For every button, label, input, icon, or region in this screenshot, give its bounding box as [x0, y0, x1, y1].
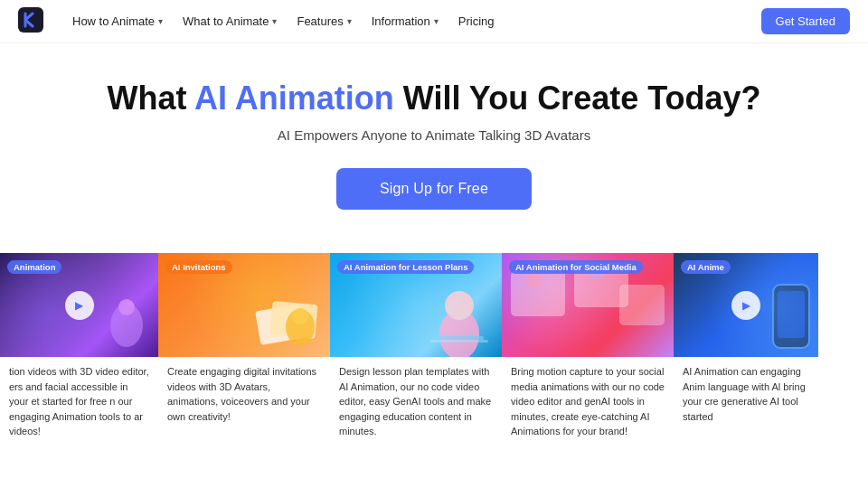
svg-point-8 — [445, 291, 474, 320]
card-text-animation: tion videos with 3D video editor, ers an… — [0, 357, 158, 446]
nav-item-pricing[interactable]: Pricing — [451, 11, 502, 32]
navbar: How to Animate ▾ What to Animate ▾ Featu… — [0, 0, 868, 43]
chevron-down-icon: ▾ — [347, 16, 352, 26]
hero-subtitle: AI Empowers Anyone to Animate Talking 3D… — [18, 127, 850, 143]
svg-rect-0 — [18, 7, 43, 33]
card-image-animation: Animation ▶ — [0, 253, 158, 357]
card-ai-anime: AI Anime ▶ AI Animation can engaging Ani… — [674, 253, 818, 446]
svg-point-7 — [439, 309, 479, 357]
card-badge-lesson-plans: AI Animation for Lesson Plans — [337, 260, 474, 274]
svg-rect-17 — [778, 291, 805, 338]
svg-rect-9 — [434, 336, 484, 340]
svg-point-6 — [292, 308, 308, 324]
logo[interactable] — [18, 7, 65, 36]
hero-title: What AI Animation Will You Create Today? — [18, 80, 850, 117]
nav-item-how-to-animate[interactable]: How to Animate ▾ — [65, 11, 170, 32]
chevron-down-icon: ▾ — [434, 16, 439, 26]
card-text-social-media: Bring motion capture to your social medi… — [502, 357, 674, 446]
chevron-down-icon: ▾ — [272, 16, 277, 26]
svg-rect-10 — [429, 340, 488, 343]
cards-section: Animation ▶ tion videos with 3D video ed… — [0, 253, 868, 446]
card-badge-ai-anime: AI Anime — [681, 260, 731, 274]
card-text-ai-anime: AI Animation can engaging Anim language … — [674, 357, 818, 431]
svg-rect-13 — [619, 285, 665, 325]
card-image-invitations: AI Invitations — [158, 253, 330, 357]
play-button[interactable]: ▶ — [65, 291, 94, 320]
card-lesson-plans: AI Animation for Lesson Plans Design les… — [330, 253, 502, 446]
card-image-ai-anime: AI Anime ▶ — [674, 253, 818, 357]
svg-rect-16 — [773, 285, 809, 348]
get-started-button[interactable]: Get Started — [761, 8, 850, 34]
hero-section: What AI Animation Will You Create Today?… — [0, 43, 868, 235]
play-button-anime[interactable]: ▶ — [731, 291, 760, 320]
card-badge-social-media: AI Animation for Social Media — [509, 260, 643, 274]
card-badge-animation: Animation — [7, 260, 61, 274]
nav-links: How to Animate ▾ What to Animate ▾ Featu… — [65, 11, 761, 32]
nav-item-what-to-animate[interactable]: What to Animate ▾ — [175, 11, 284, 32]
card-text-invitations: Create engaging digital invitations vide… — [158, 357, 330, 431]
card-badge-invitations: AI Invitations — [165, 260, 232, 274]
svg-point-1 — [110, 304, 143, 347]
card-animation: Animation ▶ tion videos with 3D video ed… — [0, 253, 158, 446]
svg-point-14 — [526, 273, 541, 287]
svg-point-2 — [118, 299, 135, 315]
svg-rect-11 — [511, 271, 565, 316]
card-image-lesson-plans: AI Animation for Lesson Plans — [330, 253, 502, 357]
card-image-social-media: AI Animation for Social Media — [502, 253, 674, 357]
nav-item-information[interactable]: Information ▾ — [364, 11, 446, 32]
card-invitations: AI Invitations Create engaging digital i… — [158, 253, 330, 446]
card-social-media: AI Animation for Social Media Bring moti… — [502, 253, 674, 446]
nav-item-features[interactable]: Features ▾ — [289, 11, 358, 32]
card-text-lesson-plans: Design lesson plan templates with AI Ani… — [330, 357, 502, 446]
chevron-down-icon: ▾ — [158, 16, 163, 26]
signup-button[interactable]: Sign Up for Free — [336, 168, 532, 210]
